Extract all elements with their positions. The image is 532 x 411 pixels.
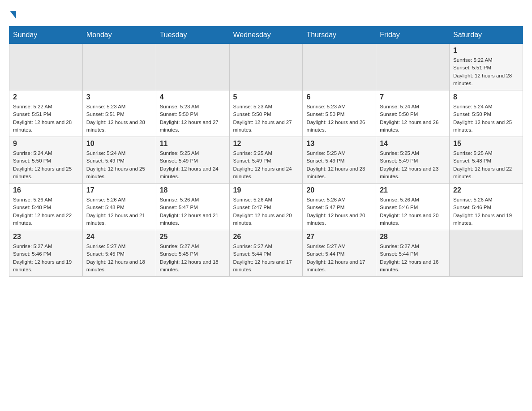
calendar-cell: 6Sunrise: 5:23 AMSunset: 5:50 PMDaylight… bbox=[303, 90, 376, 137]
day-info: Sunrise: 5:24 AMSunset: 5:49 PMDaylight:… bbox=[86, 150, 152, 180]
day-number: 25 bbox=[160, 233, 226, 241]
day-info: Sunrise: 5:24 AMSunset: 5:50 PMDaylight:… bbox=[453, 103, 519, 134]
calendar-cell: 12Sunrise: 5:25 AMSunset: 5:49 PMDayligh… bbox=[229, 137, 303, 184]
day-number: 28 bbox=[380, 233, 446, 241]
weekday-header-friday: Friday bbox=[376, 26, 450, 44]
day-info: Sunrise: 5:23 AMSunset: 5:50 PMDaylight:… bbox=[306, 103, 372, 134]
calendar-cell: 23Sunrise: 5:27 AMSunset: 5:46 PMDayligh… bbox=[9, 230, 83, 277]
calendar-week-row: 1Sunrise: 5:22 AMSunset: 5:51 PMDaylight… bbox=[9, 44, 523, 90]
calendar-cell: 21Sunrise: 5:26 AMSunset: 5:46 PMDayligh… bbox=[376, 184, 450, 230]
day-number: 16 bbox=[13, 186, 79, 194]
day-info: Sunrise: 5:25 AMSunset: 5:49 PMDaylight:… bbox=[160, 150, 226, 180]
day-info: Sunrise: 5:27 AMSunset: 5:44 PMDaylight:… bbox=[233, 243, 299, 274]
calendar-cell: 15Sunrise: 5:25 AMSunset: 5:48 PMDayligh… bbox=[450, 137, 523, 184]
weekday-header-thursday: Thursday bbox=[303, 26, 376, 44]
day-info: Sunrise: 5:26 AMSunset: 5:48 PMDaylight:… bbox=[13, 196, 79, 227]
day-number: 6 bbox=[306, 93, 372, 101]
calendar-cell: 1Sunrise: 5:22 AMSunset: 5:51 PMDaylight… bbox=[450, 44, 523, 90]
calendar-cell: 9Sunrise: 5:24 AMSunset: 5:50 PMDaylight… bbox=[9, 137, 83, 184]
day-number: 8 bbox=[453, 93, 519, 101]
day-info: Sunrise: 5:26 AMSunset: 5:46 PMDaylight:… bbox=[380, 196, 446, 227]
calendar-cell: 10Sunrise: 5:24 AMSunset: 5:49 PMDayligh… bbox=[82, 137, 156, 184]
day-info: Sunrise: 5:27 AMSunset: 5:45 PMDaylight:… bbox=[86, 243, 152, 274]
calendar-cell: 20Sunrise: 5:26 AMSunset: 5:47 PMDayligh… bbox=[303, 184, 376, 230]
day-info: Sunrise: 5:26 AMSunset: 5:47 PMDaylight:… bbox=[160, 196, 226, 227]
calendar-cell: 14Sunrise: 5:25 AMSunset: 5:49 PMDayligh… bbox=[376, 137, 450, 184]
calendar-cell: 2Sunrise: 5:22 AMSunset: 5:51 PMDaylight… bbox=[9, 90, 83, 137]
day-number: 24 bbox=[86, 233, 152, 241]
day-number: 3 bbox=[86, 93, 152, 101]
weekday-header-sunday: Sunday bbox=[9, 26, 83, 44]
calendar-cell: 7Sunrise: 5:24 AMSunset: 5:50 PMDaylight… bbox=[376, 90, 450, 137]
day-number: 13 bbox=[306, 140, 372, 148]
day-info: Sunrise: 5:25 AMSunset: 5:49 PMDaylight:… bbox=[306, 150, 372, 180]
day-number: 26 bbox=[233, 233, 299, 241]
logo-general-text bbox=[9, 9, 16, 19]
day-number: 4 bbox=[160, 93, 226, 101]
calendar-cell bbox=[9, 44, 83, 90]
day-number: 14 bbox=[380, 140, 446, 148]
calendar-cell: 18Sunrise: 5:26 AMSunset: 5:47 PMDayligh… bbox=[156, 184, 229, 230]
calendar-cell: 25Sunrise: 5:27 AMSunset: 5:45 PMDayligh… bbox=[156, 230, 229, 277]
day-number: 7 bbox=[380, 93, 446, 101]
day-number: 19 bbox=[233, 186, 299, 194]
calendar-week-row: 2Sunrise: 5:22 AMSunset: 5:51 PMDaylight… bbox=[9, 90, 523, 137]
day-info: Sunrise: 5:23 AMSunset: 5:50 PMDaylight:… bbox=[160, 103, 226, 134]
calendar-week-row: 9Sunrise: 5:24 AMSunset: 5:50 PMDaylight… bbox=[9, 137, 523, 184]
logo-arrow-icon bbox=[10, 11, 16, 19]
day-info: Sunrise: 5:27 AMSunset: 5:45 PMDaylight:… bbox=[160, 243, 226, 274]
calendar-cell: 28Sunrise: 5:27 AMSunset: 5:44 PMDayligh… bbox=[376, 230, 450, 277]
day-number: 27 bbox=[306, 233, 372, 241]
day-info: Sunrise: 5:23 AMSunset: 5:51 PMDaylight:… bbox=[86, 103, 152, 134]
day-info: Sunrise: 5:25 AMSunset: 5:49 PMDaylight:… bbox=[233, 150, 299, 180]
day-info: Sunrise: 5:24 AMSunset: 5:50 PMDaylight:… bbox=[13, 150, 79, 180]
day-info: Sunrise: 5:26 AMSunset: 5:48 PMDaylight:… bbox=[86, 196, 152, 227]
day-info: Sunrise: 5:27 AMSunset: 5:46 PMDaylight:… bbox=[13, 243, 79, 274]
day-number: 22 bbox=[453, 186, 519, 194]
calendar-cell: 16Sunrise: 5:26 AMSunset: 5:48 PMDayligh… bbox=[9, 184, 83, 230]
calendar-cell bbox=[229, 44, 303, 90]
day-number: 9 bbox=[13, 140, 79, 148]
calendar-cell: 19Sunrise: 5:26 AMSunset: 5:47 PMDayligh… bbox=[229, 184, 303, 230]
day-number: 21 bbox=[380, 186, 446, 194]
day-info: Sunrise: 5:22 AMSunset: 5:51 PMDaylight:… bbox=[453, 56, 519, 87]
calendar-cell: 4Sunrise: 5:23 AMSunset: 5:50 PMDaylight… bbox=[156, 90, 229, 137]
day-info: Sunrise: 5:25 AMSunset: 5:49 PMDaylight:… bbox=[380, 150, 446, 180]
calendar-cell bbox=[82, 44, 156, 90]
day-number: 20 bbox=[306, 186, 372, 194]
weekday-header-saturday: Saturday bbox=[450, 26, 523, 44]
day-number: 5 bbox=[233, 93, 299, 101]
day-number: 15 bbox=[453, 140, 519, 148]
calendar-table: SundayMondayTuesdayWednesdayThursdayFrid… bbox=[9, 26, 523, 277]
calendar-cell: 17Sunrise: 5:26 AMSunset: 5:48 PMDayligh… bbox=[82, 184, 156, 230]
calendar-cell bbox=[303, 44, 376, 90]
weekday-header-wednesday: Wednesday bbox=[229, 26, 303, 44]
calendar-week-row: 23Sunrise: 5:27 AMSunset: 5:46 PMDayligh… bbox=[9, 230, 523, 277]
calendar-cell: 22Sunrise: 5:26 AMSunset: 5:46 PMDayligh… bbox=[450, 184, 523, 230]
calendar-cell: 26Sunrise: 5:27 AMSunset: 5:44 PMDayligh… bbox=[229, 230, 303, 277]
calendar-cell bbox=[450, 230, 523, 277]
weekday-header-monday: Monday bbox=[82, 26, 156, 44]
logo bbox=[9, 9, 16, 17]
day-number: 23 bbox=[13, 233, 79, 241]
calendar-cell bbox=[156, 44, 229, 90]
day-number: 17 bbox=[86, 186, 152, 194]
day-number: 11 bbox=[160, 140, 226, 148]
day-info: Sunrise: 5:26 AMSunset: 5:47 PMDaylight:… bbox=[233, 196, 299, 227]
weekday-header-tuesday: Tuesday bbox=[156, 26, 229, 44]
weekday-header-row: SundayMondayTuesdayWednesdayThursdayFrid… bbox=[9, 26, 523, 44]
calendar-cell: 8Sunrise: 5:24 AMSunset: 5:50 PMDaylight… bbox=[450, 90, 523, 137]
calendar-cell: 27Sunrise: 5:27 AMSunset: 5:44 PMDayligh… bbox=[303, 230, 376, 277]
day-info: Sunrise: 5:26 AMSunset: 5:47 PMDaylight:… bbox=[306, 196, 372, 227]
day-info: Sunrise: 5:24 AMSunset: 5:50 PMDaylight:… bbox=[380, 103, 446, 134]
day-number: 2 bbox=[13, 93, 79, 101]
day-number: 10 bbox=[86, 140, 152, 148]
day-number: 18 bbox=[160, 186, 226, 194]
calendar-cell: 5Sunrise: 5:23 AMSunset: 5:50 PMDaylight… bbox=[229, 90, 303, 137]
calendar-cell: 3Sunrise: 5:23 AMSunset: 5:51 PMDaylight… bbox=[82, 90, 156, 137]
day-info: Sunrise: 5:27 AMSunset: 5:44 PMDaylight:… bbox=[306, 243, 372, 274]
day-info: Sunrise: 5:23 AMSunset: 5:50 PMDaylight:… bbox=[233, 103, 299, 134]
calendar-week-row: 16Sunrise: 5:26 AMSunset: 5:48 PMDayligh… bbox=[9, 184, 523, 230]
calendar-cell: 24Sunrise: 5:27 AMSunset: 5:45 PMDayligh… bbox=[82, 230, 156, 277]
calendar-cell: 11Sunrise: 5:25 AMSunset: 5:49 PMDayligh… bbox=[156, 137, 229, 184]
